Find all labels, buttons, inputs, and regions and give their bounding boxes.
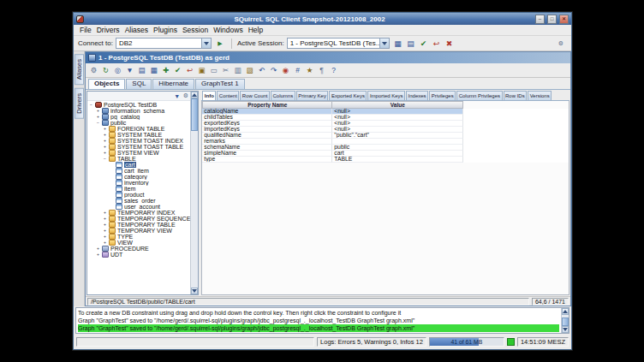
info-table-row[interactable]: importedKeys<null> (202, 127, 569, 133)
column-header-property-name[interactable]: Property Name (202, 101, 332, 109)
tree-node-type[interactable]: +TYPE (87, 234, 190, 240)
tree-node-udt[interactable]: +UDT (87, 252, 190, 258)
commit-session-icon[interactable]: ✔ (418, 38, 430, 50)
tree-node-product[interactable]: product (87, 192, 190, 198)
rollback-icon[interactable]: ↩ (184, 65, 195, 76)
info-table-row[interactable]: catalogName<null> (202, 109, 569, 115)
find-icon[interactable]: ◎ (112, 65, 123, 76)
menu-windows[interactable]: Windows (211, 25, 245, 35)
expand-handle[interactable]: + (95, 109, 101, 113)
minimize-button[interactable]: – (535, 15, 545, 24)
info-table-row[interactable]: childTables<null> (202, 115, 569, 121)
tree-node-postgresql-testdb[interactable]: −PostgreSQL TestDB (87, 102, 190, 108)
session-indicator[interactable] (507, 338, 515, 346)
scroll-up-icon[interactable] (562, 308, 569, 315)
scroll-up-icon[interactable] (191, 92, 198, 98)
tree-node-public[interactable]: −public (87, 120, 190, 126)
chevron-down-icon[interactable] (379, 39, 389, 48)
maximize-button[interactable]: □ (547, 15, 557, 24)
detail-tab-primary-key[interactable]: Primary Key (296, 91, 329, 100)
tree-node-information-schema[interactable]: +information_schema (87, 108, 190, 114)
view-object-tree-icon[interactable]: ▦ (392, 38, 404, 50)
tree-node-temporary-view[interactable]: +TEMPORARY VIEW (87, 228, 190, 234)
tab-graphtest-1[interactable]: GraphTest 1 (195, 79, 245, 89)
detail-tab-imported-keys[interactable]: Imported Keys (367, 91, 405, 100)
active-session-combo[interactable]: 1 - PostgreSQL TestDB (Tes... (287, 38, 390, 49)
tree-setup-icon[interactable]: ⚙ (182, 92, 189, 100)
menu-plugins[interactable]: Plugins (151, 25, 180, 35)
copy-icon[interactable]: ▥ (232, 65, 243, 76)
object-tree-icon[interactable]: ▦ (148, 65, 159, 76)
expand-handle[interactable]: + (102, 139, 108, 143)
window-titlebar[interactable]: SQuirreL SQL Client Snapshot-20121008_20… (74, 13, 571, 25)
cut-icon[interactable]: ✂ (220, 65, 231, 76)
expand-handle[interactable]: + (102, 145, 108, 149)
sql-worksheet-icon[interactable]: ▤ (136, 65, 147, 76)
tree-node-table[interactable]: −TABLE (87, 156, 190, 162)
tree-node-system-toast-table[interactable]: +SYSTEM TOAST TABLE (87, 144, 190, 150)
session-properties-icon[interactable]: ⚙ (88, 65, 99, 76)
expand-handle[interactable]: + (102, 223, 108, 227)
expand-handle[interactable]: + (102, 234, 108, 239)
tree-node-view[interactable]: +VIEW (87, 240, 190, 246)
memory-bar[interactable]: 41 of 61 MB (429, 337, 504, 347)
tab-hibernate[interactable]: Hibernate (152, 79, 194, 89)
connect-alias-button[interactable]: ▶ (214, 38, 226, 50)
new-worksheet-icon[interactable]: ✚ (160, 65, 171, 76)
scroll-down-icon[interactable] (191, 288, 198, 294)
expand-handle[interactable]: + (102, 151, 108, 155)
tree-node-category[interactable]: category (87, 174, 190, 180)
detail-tab-columns[interactable]: Columns (271, 91, 295, 100)
collapse-handle[interactable]: − (102, 157, 108, 161)
tree-node-user-account[interactable]: user_account (87, 204, 190, 210)
tree-node-system-toast-index[interactable]: +SYSTEM TOAST INDEX (87, 138, 190, 144)
info-table-row[interactable]: typeTABLE (202, 157, 569, 163)
tree-node-foreign-table[interactable]: +FOREIGN TABLE (87, 126, 190, 132)
scrollbar-thumb[interactable] (562, 317, 569, 326)
detail-tab-privileges[interactable]: Privileges (429, 91, 456, 100)
format-icon[interactable]: ¶ (316, 65, 327, 76)
detail-tab-row-ids[interactable]: Row IDs (504, 91, 528, 100)
log-scrollbar[interactable] (561, 308, 569, 333)
menu-session[interactable]: Session (180, 25, 211, 35)
detail-tab-info[interactable]: Info (202, 91, 216, 100)
filter-icon[interactable]: ▼ (124, 65, 135, 76)
tab-sql[interactable]: SQL (126, 79, 152, 89)
graph-icon[interactable]: ◉ (280, 65, 291, 76)
refresh-tree-icon[interactable]: ↻ (100, 65, 111, 76)
redo-icon[interactable]: ↷ (268, 65, 279, 76)
collapse-handle[interactable]: − (95, 121, 101, 125)
scrollbar-track[interactable] (191, 131, 198, 288)
autocommit-icon[interactable]: ▣ (196, 65, 207, 76)
info-table-row[interactable]: exportedKeys<null> (202, 121, 569, 127)
info-table-row[interactable]: simpleNamecart (202, 151, 569, 157)
expand-handle[interactable]: + (102, 127, 108, 131)
tree-node-temporary-sequence[interactable]: +TEMPORARY SEQUENCE (87, 216, 190, 222)
expand-handle[interactable]: + (102, 228, 108, 233)
column-header-value[interactable]: Value (332, 101, 463, 109)
menu-aliases[interactable]: Aliases (122, 25, 151, 35)
paste-icon[interactable]: ▨ (244, 65, 255, 76)
tree-node-temporary-table[interactable]: +TEMPORARY TABLE (87, 222, 190, 228)
tree-node-cart[interactable]: cart (87, 162, 190, 168)
detail-tab-content[interactable]: Content (217, 91, 239, 100)
expand-handle[interactable]: + (102, 133, 108, 137)
side-tab-drivers[interactable]: Drivers (75, 88, 84, 119)
bookmark-icon[interactable]: ★ (304, 65, 315, 76)
rollback-session-icon[interactable]: ↩ (431, 38, 443, 50)
undo-icon[interactable]: ↶ (256, 65, 267, 76)
print-icon[interactable]: ▭ (208, 65, 219, 76)
expand-handle[interactable]: + (95, 252, 101, 257)
close-button[interactable]: ✕ (559, 15, 569, 24)
menu-file[interactable]: File (77, 25, 94, 35)
expand-handle[interactable]: + (95, 115, 101, 119)
detail-tab-versions[interactable]: Versions (528, 91, 552, 100)
tree-node-procedure[interactable]: +PROCEDURE (87, 246, 190, 252)
expand-handle[interactable]: + (95, 246, 101, 251)
detail-tab-column-privileges[interactable]: Column Privileges (456, 91, 502, 100)
info-table-row[interactable]: qualifiedName"public"."cart" (202, 133, 569, 139)
detail-tab-exported-keys[interactable]: Exported Keys (329, 91, 367, 100)
tree-node-item[interactable]: item (87, 186, 190, 192)
session-frame-titlebar[interactable]: 1 - PostgreSQL TestDB (TestDB) as gerd (86, 52, 570, 63)
scroll-down-icon[interactable] (562, 326, 569, 333)
